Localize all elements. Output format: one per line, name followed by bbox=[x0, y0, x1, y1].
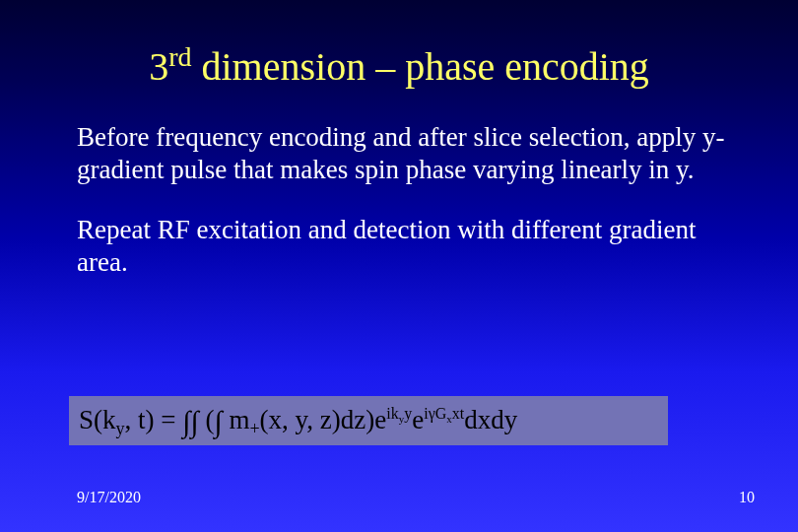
f-sup1: ikyy bbox=[386, 405, 412, 422]
f-t3: ( bbox=[199, 405, 215, 434]
f-t5: (x, y, z)dz)e bbox=[260, 405, 387, 434]
footer-page-number: 10 bbox=[739, 489, 755, 506]
f-sub2: + bbox=[249, 419, 259, 438]
footer-date: 9/17/2020 bbox=[77, 489, 141, 506]
f-t6: e bbox=[412, 405, 424, 434]
paragraph-1: Before frequency encoding and after slic… bbox=[0, 109, 798, 186]
title-superscript: rd bbox=[168, 41, 191, 72]
integral-icon: ∫ bbox=[214, 405, 222, 437]
f-t7: dxdy bbox=[464, 405, 517, 434]
f-sub1: y bbox=[116, 419, 125, 438]
title-post: dimension – phase encoding bbox=[191, 44, 648, 89]
f-sup2: iγGxxt bbox=[424, 405, 464, 422]
title-pre: 3 bbox=[149, 44, 168, 89]
f-t4: m bbox=[223, 405, 250, 434]
f-t2: , t) = bbox=[125, 405, 183, 434]
integral-icon: ∫ bbox=[190, 405, 198, 437]
paragraph-2: Repeat RF excitation and detection with … bbox=[0, 186, 798, 279]
f-sup1a: ik bbox=[386, 405, 398, 422]
formula-text: S(ky, t) = ∫∫ (∫ m+(x, y, z)dz)eikyyeiγG… bbox=[79, 405, 517, 434]
f-sup1c: y bbox=[404, 405, 412, 422]
f-sup2a: iγG bbox=[424, 405, 446, 422]
formula-box: S(ky, t) = ∫∫ (∫ m+(x, y, z)dz)eikyyeiγG… bbox=[69, 396, 668, 445]
f-sup2c: xt bbox=[452, 405, 464, 422]
slide-title: 3rd dimension – phase encoding bbox=[0, 0, 798, 109]
f-t1: S(k bbox=[79, 405, 116, 434]
